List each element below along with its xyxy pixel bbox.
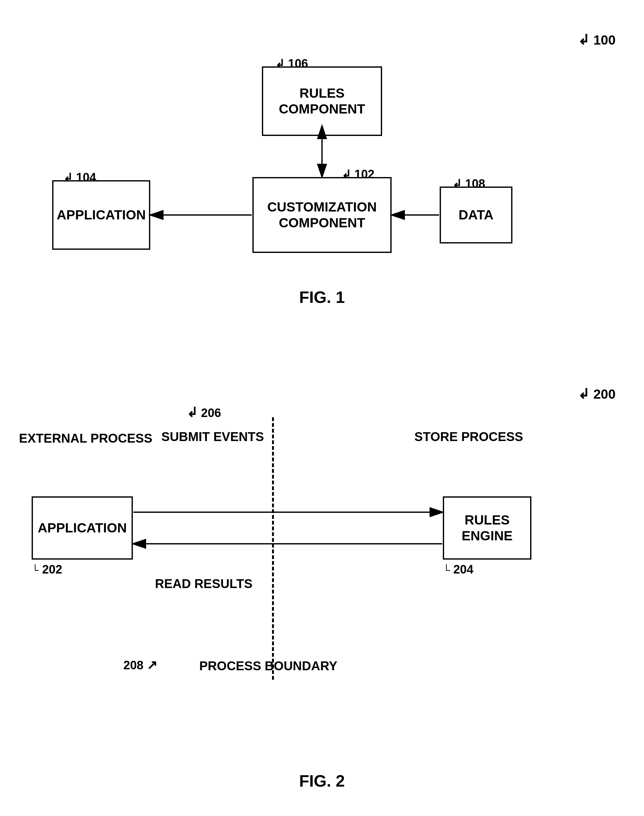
rules-engine-label: RULESENGINE	[462, 512, 512, 544]
customization-component-label: CUSTOMIZATIONCOMPONENT	[267, 199, 377, 231]
box-data: DATA	[440, 187, 512, 243]
fig1-diagram: ↲ 100 RULESCOMPONENT ↲ 106 CUSTOMIZATION…	[0, 25, 644, 316]
ref-102: ↲ 102	[342, 168, 374, 181]
ref-200-label: 200	[593, 387, 615, 401]
application-fig2-label: APPLICATION	[38, 520, 127, 536]
ref-204: └ 204	[443, 563, 474, 576]
application-fig1-label: APPLICATION	[57, 207, 146, 223]
dashed-process-boundary-line	[272, 417, 274, 680]
fig2-label: FIG. 2	[299, 772, 345, 790]
box-application-fig2: APPLICATION	[32, 496, 133, 560]
external-process-label: EXTERNAL PROCESS	[19, 430, 152, 446]
box-rules-component: RULESCOMPONENT	[262, 66, 382, 136]
ref-100-label: 100	[593, 32, 615, 47]
data-label: DATA	[458, 207, 494, 223]
fig1-label: FIG. 1	[299, 288, 345, 307]
ref-108: ↲ 108	[452, 177, 485, 191]
ref-208: 208 ↗	[123, 658, 158, 672]
box-rules-engine: RULESENGINE	[443, 496, 531, 560]
submit-events-label: SUBMIT EVENTS	[161, 429, 264, 445]
read-results-label: READ RESULTS	[155, 576, 252, 592]
fig2-diagram: ↲ 200 ↲ 206 EXTERNAL PROCESS SUBMIT EVEN…	[0, 341, 644, 803]
store-process-label: STORE PROCESS	[414, 429, 523, 445]
rules-component-label: RULESCOMPONENT	[279, 85, 365, 117]
ref-106: ↲ 106	[275, 57, 308, 70]
process-boundary-label: PROCESS BOUNDARY	[199, 658, 337, 674]
box-application-fig1: APPLICATION	[52, 180, 150, 250]
ref-104: ↲ 104	[63, 171, 96, 184]
box-customization-component: CUSTOMIZATIONCOMPONENT	[252, 177, 392, 253]
ref-100: ↲ 100	[578, 32, 615, 48]
ref-206-label: ↲ 206	[187, 405, 221, 420]
fig2-arrows-svg	[0, 341, 644, 803]
ref-202: └ 202	[32, 563, 62, 576]
ref-200: ↲ 200	[578, 386, 615, 402]
